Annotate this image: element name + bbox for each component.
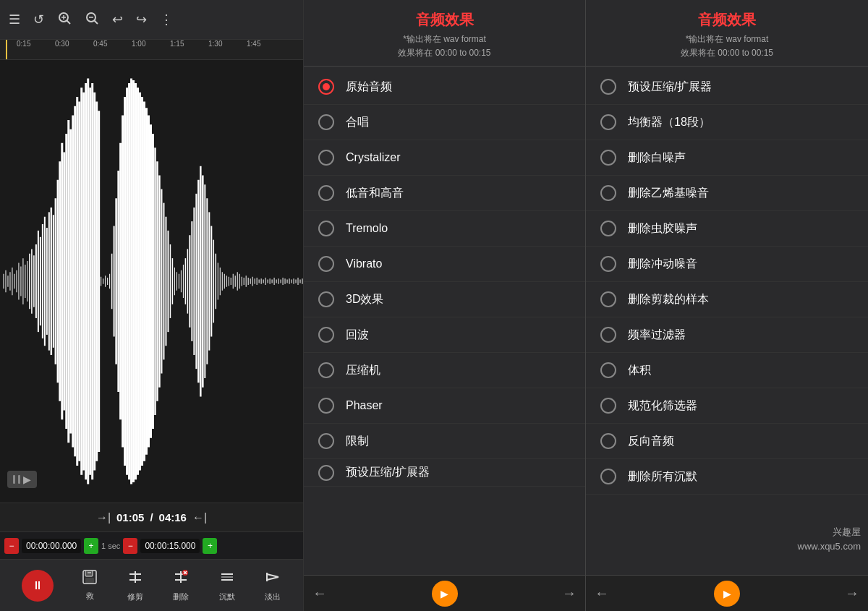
effect-name: 删除虫胶噪声	[628, 221, 697, 236]
effect-panel-left: 音频效果 *输出将在 wav format 效果将在 00:00 to 00:1…	[304, 0, 586, 611]
waveform-container[interactable]: ▶	[0, 60, 303, 503]
svg-line-1	[67, 20, 71, 24]
effect-footer-right: ← ▶ →	[586, 575, 868, 611]
list-item[interactable]: 频率过滤器	[586, 317, 868, 353]
next-arrow-icon[interactable]: →	[845, 585, 859, 602]
save-btn[interactable]: 救	[82, 569, 98, 602]
silence-btn[interactable]: 沉默	[218, 568, 236, 602]
redo-icon[interactable]: ↪	[136, 12, 147, 27]
fade-icon	[264, 568, 281, 589]
timecode-bar: − 00:00:00.000 + 1 sec − 00:00:15.000 +	[0, 531, 303, 559]
effect-name: 规范化筛选器	[628, 398, 697, 414]
list-item[interactable]: 预设压缩/扩展器	[586, 69, 868, 105]
radio-button[interactable]	[600, 362, 616, 378]
svg-line-5	[95, 20, 98, 24]
effect-subtitle-left: *输出将在 wav format 效果将在 00:00 to 00:15	[315, 33, 574, 60]
list-item[interactable]: 合唱	[304, 105, 585, 140]
radio-button[interactable]	[600, 327, 616, 343]
radio-button[interactable]	[318, 327, 334, 343]
play-pause-btn[interactable]: ⏸	[22, 570, 54, 602]
list-item[interactable]: 预设压缩/扩展器	[304, 459, 585, 487]
radio-button[interactable]	[600, 291, 616, 307]
list-item[interactable]: 均衡器（18段）	[586, 105, 868, 140]
start-time-minus-btn[interactable]: −	[4, 538, 19, 554]
silence-label: 沉默	[219, 591, 235, 602]
radio-button[interactable]	[318, 150, 334, 166]
end-time-minus-btn[interactable]: −	[123, 538, 137, 554]
radio-button[interactable]	[318, 398, 334, 414]
delete-btn[interactable]: 删除	[172, 568, 190, 602]
go-to-start-icon[interactable]: →|	[96, 511, 111, 524]
bottom-toolbar: ⏸ 救 修剪	[0, 559, 303, 611]
radio-button[interactable]	[600, 79, 616, 95]
time-display: →| 01:05 / 04:16 ←|	[0, 503, 303, 531]
ruler-mark: 1:45	[247, 40, 260, 48]
list-item[interactable]: 删除冲动噪音	[586, 247, 868, 282]
radio-button[interactable]	[318, 433, 334, 449]
next-arrow-icon[interactable]: →	[562, 585, 576, 602]
prev-arrow-icon[interactable]: ←	[312, 585, 327, 602]
list-item[interactable]: 原始音频	[304, 69, 585, 105]
radio-button[interactable]	[318, 256, 334, 272]
transport-handle[interactable]: ▶	[7, 471, 37, 488]
radio-button[interactable]	[318, 79, 334, 95]
go-to-end-icon[interactable]: ←|	[192, 511, 207, 524]
end-time-plus-btn[interactable]: +	[203, 538, 217, 554]
radio-button[interactable]	[318, 185, 334, 201]
menu-icon[interactable]: ☰	[9, 12, 20, 27]
undo-icon[interactable]: ↺	[33, 12, 44, 27]
radio-button[interactable]	[600, 114, 616, 130]
undo2-icon[interactable]: ↩	[112, 12, 123, 27]
list-item[interactable]: 删除乙烯基噪音	[586, 176, 868, 211]
radio-button[interactable]	[600, 469, 616, 484]
preview-play-btn[interactable]: ▶	[432, 581, 458, 607]
ruler-mark: 1:00	[132, 40, 145, 48]
effect-name: 频率过滤器	[628, 328, 686, 343]
list-item[interactable]: 删除白噪声	[586, 140, 868, 176]
radio-button[interactable]	[600, 150, 616, 166]
radio-button[interactable]	[600, 398, 616, 414]
list-item[interactable]: 限制	[304, 424, 585, 459]
effect-name: 删除剪裁的样本	[628, 292, 709, 307]
editor-toolbar: ☰ ↺ ↩ ↪ ⋮	[0, 0, 303, 40]
list-item[interactable]: 规范化筛选器	[586, 388, 868, 424]
radio-button[interactable]	[318, 362, 334, 378]
radio-button[interactable]	[318, 114, 334, 130]
radio-button[interactable]	[600, 433, 616, 449]
interval-label: 1 sec	[101, 542, 120, 550]
list-item[interactable]: Vibrato	[304, 247, 585, 282]
fade-btn[interactable]: 淡出	[264, 568, 281, 602]
list-item[interactable]: Phaser	[304, 388, 585, 424]
list-item[interactable]: Crystalizer	[304, 140, 585, 176]
radio-button[interactable]	[318, 221, 334, 236]
save-icon	[82, 569, 98, 589]
list-item[interactable]: Tremolo	[304, 211, 585, 247]
list-item[interactable]: 回波	[304, 317, 585, 353]
radio-button[interactable]	[600, 221, 616, 236]
list-item[interactable]: 删除剪裁的样本	[586, 282, 868, 317]
prev-arrow-icon[interactable]: ←	[595, 585, 609, 602]
more-icon[interactable]: ⋮	[160, 12, 173, 27]
list-item[interactable]: 低音和高音	[304, 176, 585, 211]
list-item[interactable]: 删除所有沉默	[586, 459, 868, 495]
start-timecode: 00:00:00.000	[22, 539, 81, 553]
radio-button[interactable]	[600, 256, 616, 272]
list-item[interactable]: 体积	[586, 353, 868, 388]
waveform-display	[0, 60, 303, 503]
start-time-plus-btn[interactable]: +	[84, 538, 98, 554]
list-item[interactable]: 压缩机	[304, 353, 585, 388]
list-item[interactable]: 反向音频	[586, 424, 868, 459]
list-item[interactable]: 3D效果	[304, 282, 585, 317]
zoom-out-icon[interactable]	[85, 11, 99, 29]
radio-button[interactable]	[318, 465, 334, 481]
ruler-mark: 0:15	[17, 40, 30, 48]
trim-btn[interactable]: 修剪	[127, 568, 144, 602]
zoom-in-icon[interactable]	[57, 11, 72, 29]
radio-button[interactable]	[318, 291, 334, 307]
preview-play-btn[interactable]: ▶	[714, 581, 740, 607]
effect-name: 体积	[628, 363, 651, 378]
effect-name: 合唱	[346, 115, 369, 130]
list-item[interactable]: 删除虫胶噪声	[586, 211, 868, 247]
effect-panel-right: 音频效果 *输出将在 wav format 效果将在 00:00 to 00:1…	[586, 0, 868, 611]
radio-button[interactable]	[600, 185, 616, 201]
